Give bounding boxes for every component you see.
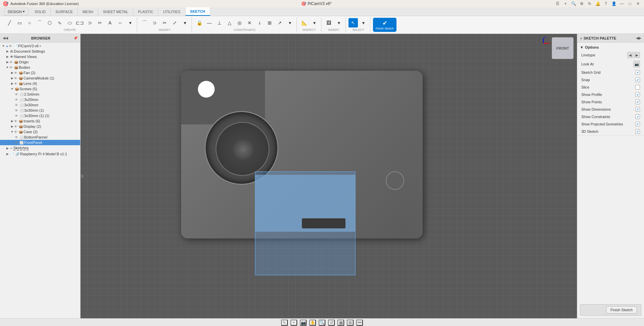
notifications-button[interactable]: 🔔 — [594, 1, 601, 6]
linetype-next-button[interactable]: ▶ — [634, 52, 640, 58]
fan-eye-icon[interactable]: 👁 — [14, 71, 17, 75]
tab-sheet-metal[interactable]: SHEET METAL — [98, 7, 133, 16]
tab-surface[interactable]: SURFACE — [51, 7, 78, 16]
arc-tool[interactable]: ⌒ — [35, 18, 44, 28]
toggle-sketches[interactable]: ▶ — [5, 147, 9, 150]
rect-tool[interactable]: ▭ — [15, 18, 24, 28]
palette-collapse-icon[interactable]: ◀▶ — [636, 36, 641, 40]
palette-options-header[interactable]: ▼ Options — [577, 44, 644, 51]
tree-item-case[interactable]: ▼ 👁 📦 Case (2) — [0, 129, 80, 134]
trim-tool[interactable]: ✂ — [95, 18, 105, 28]
toggle-origin[interactable]: ▶ — [5, 60, 9, 64]
toggle-display[interactable]: ▶ — [10, 125, 14, 128]
more-constraints[interactable]: ▾ — [285, 18, 294, 28]
orbit-button[interactable]: ↺ — [328, 320, 335, 326]
camera-button[interactable]: 📷 — [300, 320, 307, 326]
show-points-checkbox[interactable] — [635, 100, 640, 104]
update-button[interactable]: ↻ — [586, 1, 593, 6]
grid-options-button[interactable]: ⊞ — [347, 320, 354, 326]
tree-item-screw1[interactable]: 👁 ⬜ 2.5x6mm — [0, 92, 80, 97]
minimize-button[interactable]: — — [619, 1, 625, 6]
tree-item-screw4[interactable]: 👁 ⬜ 3x30mm (1) — [0, 108, 80, 113]
tab-solid[interactable]: SOLID — [30, 7, 51, 16]
view-options-button[interactable]: ▦ — [337, 320, 344, 326]
screw4-eye-icon[interactable]: 👁 — [15, 109, 18, 112]
offset-modify-tool[interactable]: ⊃ — [150, 18, 159, 28]
tab-sketch[interactable]: SKETCH — [185, 7, 210, 16]
screw3-eye-icon[interactable]: 👁 — [15, 103, 18, 107]
tree-item-fan[interactable]: ▶ 👁 📦 Fan (2) — [0, 70, 80, 75]
browser-collapse-icon[interactable]: ◀◀ — [3, 36, 8, 40]
toggle-screws[interactable]: ▼ — [10, 87, 14, 91]
viewport[interactable]: FRONT Z X 25 — [80, 34, 577, 318]
slot-tool[interactable]: ⊏⊐ — [75, 18, 85, 28]
tree-item-lens[interactable]: ▶ 👁 📦 Lens (4) — [0, 81, 80, 86]
tree-item-screw3[interactable]: 👁 ⬜ 3x30mm — [0, 102, 80, 108]
tree-item-bodies[interactable]: ▼ 👁 📦 Bodies — [0, 65, 80, 70]
tree-item-camera-module[interactable]: ▶ 👁 📦 CameraModule (1) — [0, 75, 80, 81]
browser-content[interactable]: ▼ ● 👁 📄 PiCamV3 v6 ● ▶ ⚙ Document Settin… — [0, 43, 80, 318]
inserts-eye-icon[interactable]: 👁 — [14, 119, 17, 123]
add-tab-button[interactable]: + — [562, 1, 569, 6]
tree-item-front-panel[interactable]: 👁 ⬜ FrontPanel — [0, 140, 80, 145]
fillet-tool[interactable]: ⌒ — [140, 18, 149, 28]
inspect-measure-tool[interactable]: 📐 — [300, 18, 309, 28]
bottom-panel-eye-icon[interactable]: 👁 — [15, 135, 18, 139]
bodies-eye-icon[interactable]: 👁 — [9, 66, 13, 69]
show-projected-checkbox[interactable] — [635, 122, 640, 126]
toggle-inserts[interactable]: ▶ — [10, 119, 14, 123]
sketch-grid-checkbox[interactable] — [635, 70, 640, 75]
scale-tool[interactable]: ⤢ — [170, 18, 179, 28]
more-create[interactable]: ▾ — [125, 18, 135, 28]
offset-tool[interactable]: ⊃ — [85, 18, 95, 28]
design-button[interactable]: DESIGN ▾ — [4, 8, 29, 15]
tree-item-origin[interactable]: ▶ 👁 📦 Origin — [0, 59, 80, 65]
more-modify[interactable]: ▾ — [180, 18, 190, 28]
constraint-equal-tool[interactable]: ✕ — [245, 18, 254, 28]
tree-item-bottom-panel[interactable]: 👁 ⬜ BottomPannel — [0, 134, 80, 140]
spline-tool[interactable]: ∿ — [55, 18, 64, 28]
tab-mesh[interactable]: MESH — [78, 7, 98, 16]
origin-eye-icon[interactable]: 👁 — [9, 60, 13, 64]
constraint-lock-tool[interactable]: 🔒 — [195, 18, 204, 28]
text-tool[interactable]: A — [105, 18, 115, 28]
constraint-tan-tool[interactable]: △ — [225, 18, 234, 28]
camera-eye-icon[interactable]: 👁 — [14, 76, 17, 80]
tree-item-screw5[interactable]: 👁 ⬜ 3x30mm (1) (1) — [0, 113, 80, 118]
settings-button[interactable]: ⚙ — [578, 1, 585, 6]
toggle-lens[interactable]: ▶ — [10, 82, 14, 85]
screw1-eye-icon[interactable]: 👁 — [15, 93, 18, 96]
pan-button[interactable]: ✋ — [309, 320, 316, 326]
lookat-button[interactable]: 📷 — [633, 61, 640, 67]
tab-plastic[interactable]: PLASTIC — [133, 7, 158, 16]
finish-sketch-button[interactable]: Finish Sketch — [606, 306, 637, 314]
ellipse-tool[interactable]: ⬭ — [65, 18, 74, 28]
show-dimensions-checkbox[interactable] — [635, 107, 640, 112]
constraint-perp-tool[interactable]: ⊥ — [215, 18, 224, 28]
cursor-tool-button[interactable]: ↖ — [281, 320, 288, 326]
tree-item-root[interactable]: ▼ ● 👁 📄 PiCamV3 v6 ● — [0, 43, 80, 49]
tree-item-sketches[interactable]: ▶ ✏ Sketches — [0, 145, 80, 151]
help-button[interactable]: ? — [602, 1, 609, 6]
tab-utilities[interactable]: UTILITIES — [158, 7, 185, 16]
lens-eye-icon[interactable]: 👁 — [14, 82, 17, 86]
tree-item-screws[interactable]: ▼ 📦 Screws (5) — [0, 86, 80, 92]
tree-item-doc-settings[interactable]: ▶ ⚙ Document Settings — [0, 49, 80, 54]
snap-checkbox[interactable] — [635, 77, 640, 82]
line-tool[interactable]: ╱ — [5, 18, 14, 28]
toggle-camera[interactable]: ▶ — [10, 76, 14, 80]
show-constraints-checkbox[interactable] — [635, 114, 640, 119]
more-options-button[interactable]: ••• — [356, 320, 363, 326]
more-select[interactable]: ▾ — [359, 18, 368, 28]
toggle-raspberry[interactable]: ▶ — [5, 152, 9, 156]
toggle-bodies[interactable]: ▼ — [5, 66, 9, 69]
constraint-project-tool[interactable]: ↗ — [275, 18, 284, 28]
close-button[interactable]: ✕ — [635, 1, 641, 6]
circle-tool[interactable]: ○ — [25, 18, 34, 28]
polygon-tool[interactable]: ⬡ — [45, 18, 54, 28]
tree-item-display[interactable]: ▶ 👁 📦 Display (2) — [0, 124, 80, 129]
toggle-doc-settings[interactable]: ▶ — [5, 50, 9, 53]
toggle-case[interactable]: ▼ — [10, 130, 14, 133]
root-eye-icon[interactable]: 👁 — [9, 44, 12, 48]
toggle-named-views[interactable]: ▶ — [5, 55, 9, 58]
